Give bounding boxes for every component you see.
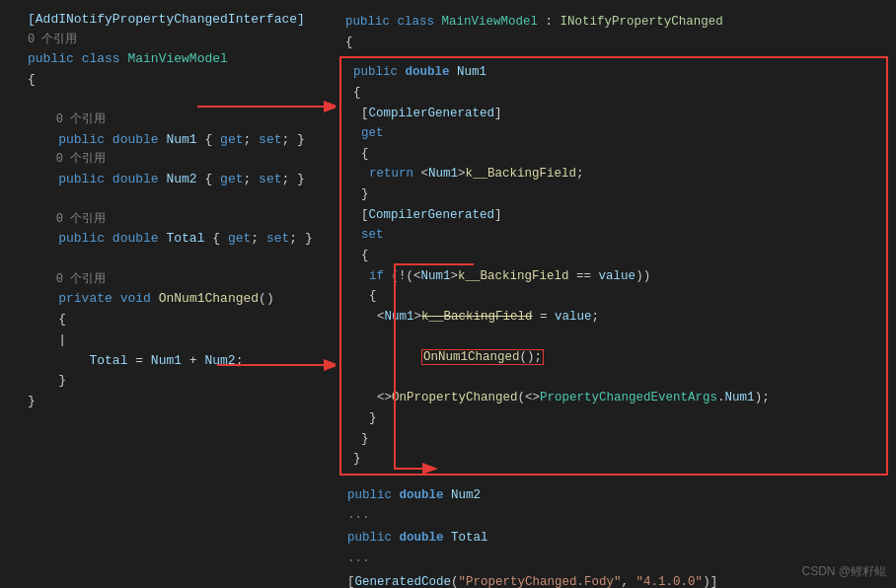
code-line: { [12,70,324,91]
left-panel: [AddINotifyPropertyChangedInterface] 0 个… [0,0,336,588]
code-line: { [12,310,324,331]
code-line: <>OnPropertyChanged(<>PropertyChangedEve… [349,388,878,408]
code-line: public double Total { get; set; } [12,229,324,250]
right-header: public class MainViewModel : INotifyProp… [336,8,896,33]
left-code: [AddINotifyPropertyChangedInterface] 0 个… [12,10,324,412]
code-line: public double Num1 [349,62,878,83]
code-line: public class MainViewModel [12,49,324,70]
code-line: if (!(<Num1>k__BackingField == value)) [349,266,878,287]
code-line: } [349,429,878,450]
code-line: | [12,331,324,351]
num1-expanded-section: public double Num1 { [CompilerGenerated]… [339,56,888,476]
code-line: public double Num1 { get; set; } [12,130,324,151]
code-line: <Num1>k__BackingField = value; [349,307,878,328]
ref-count: 0 个引用 [12,150,324,169]
ref-count: 0 个引用 [12,31,324,49]
watermark: CSDN @鲤籽鲲 [801,562,886,582]
code-line: } [12,392,324,412]
ref-count: 0 个引用 [12,210,324,229]
code-line: { [349,144,878,165]
code-line: [CompilerGenerated] [349,205,878,226]
onnum1changed-call-line: OnNum1Changed(); [349,327,878,388]
code-line: set [349,225,878,246]
code-line: { [349,286,878,307]
right-panel: public class MainViewModel : INotifyProp… [336,0,896,588]
blank-line [12,189,324,210]
blank-line [12,91,324,111]
code-line: return <Num1>k__BackingField; [349,164,878,184]
code-line: [CompilerGenerated] [349,104,878,124]
code-line: { [349,246,878,266]
total-line: public double Total [343,528,886,549]
num2-line: public double Num2 [343,485,886,506]
code-line: } [349,184,878,205]
code-line: } [349,449,878,470]
ref-count: 0 个引用 [12,110,324,129]
code-line: [AddINotifyPropertyChangedInterface] [12,10,324,31]
code-line: Total = Num1 + Num2; [12,351,324,372]
code-line: private void OnNum1Changed() [12,289,324,310]
ref-count: 0 个引用 [12,270,324,289]
code-line: { [349,83,878,104]
keyword: public [28,51,74,66]
num2-ellipsis: ... [343,505,886,526]
code-line: get [349,123,878,144]
onnum1changed-highlight: OnNum1Changed(); [421,349,544,365]
code-line: public double Num2 { get; set; } [12,170,324,190]
blank-line [12,250,324,270]
code-line: } [349,408,878,429]
attr-text: [AddINotifyPropertyChangedInterface] [28,12,305,27]
code-line: } [12,371,324,392]
